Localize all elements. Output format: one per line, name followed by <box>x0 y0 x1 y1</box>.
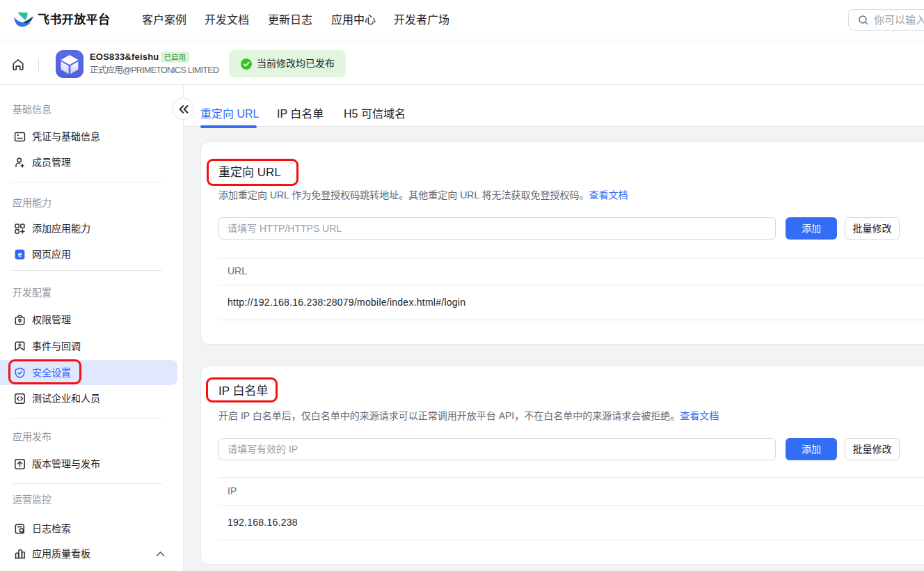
svg-text:e: e <box>18 251 22 258</box>
